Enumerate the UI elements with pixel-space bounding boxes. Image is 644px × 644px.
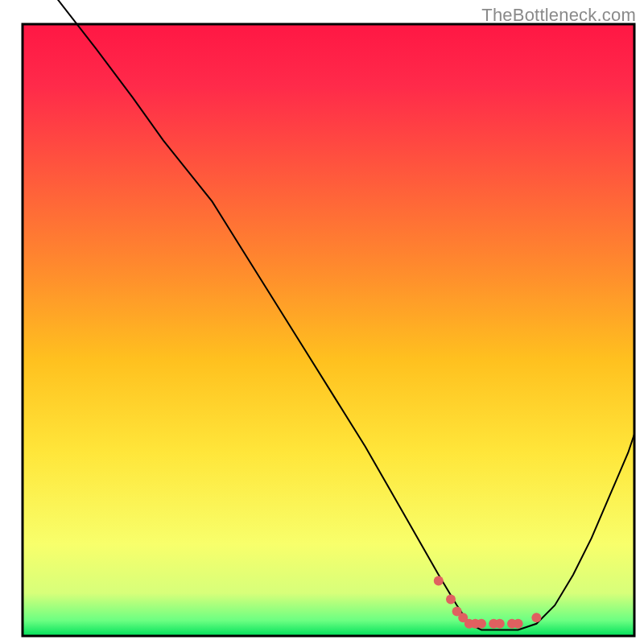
watermark-text: TheBottleneck.com: [481, 5, 636, 26]
gradient-background: [23, 24, 634, 636]
chart-svg: [0, 0, 644, 644]
chart-container: { "watermark": "TheBottleneck.com", "cha…: [0, 0, 644, 644]
highlight-dot: [446, 594, 456, 604]
highlight-dot: [477, 619, 486, 629]
highlight-dot: [531, 613, 541, 622]
highlight-dot: [495, 619, 505, 629]
highlight-dot: [434, 576, 444, 586]
highlight-dot: [514, 619, 523, 629]
